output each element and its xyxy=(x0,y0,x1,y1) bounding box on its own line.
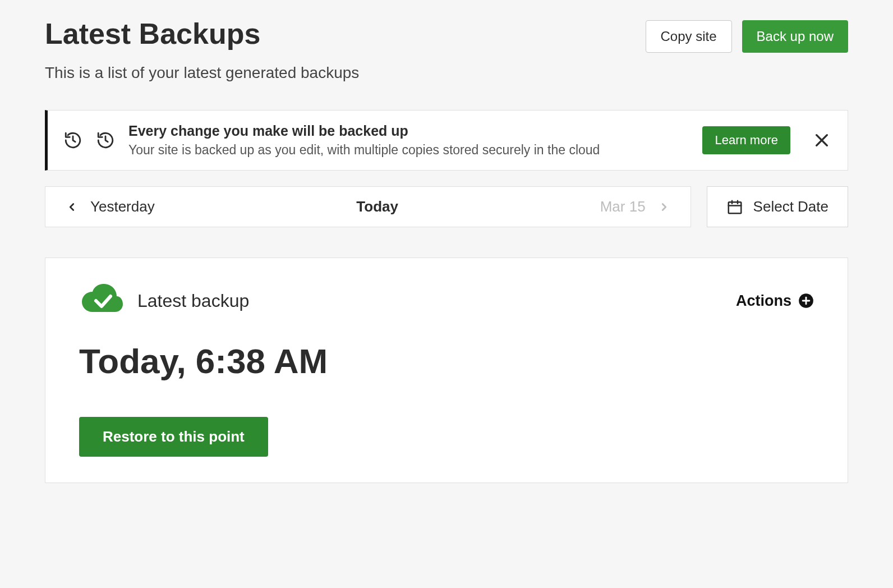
page-title: Latest Backups xyxy=(45,17,260,50)
actions-label: Actions xyxy=(736,292,791,310)
plus-circle-icon xyxy=(798,293,814,309)
info-banner: Every change you make will be backed up … xyxy=(45,110,848,171)
chevron-left-icon xyxy=(66,201,78,213)
date-nav-next[interactable]: Mar 15 xyxy=(600,198,670,215)
select-date-button[interactable]: Select Date xyxy=(707,186,848,227)
banner-title: Every change you make will be backed up xyxy=(128,123,689,139)
select-date-label: Select Date xyxy=(753,198,828,215)
backup-time: Today, 6:38 AM xyxy=(79,341,814,381)
backup-card-header: Latest backup Actions xyxy=(79,284,814,318)
calendar-icon xyxy=(726,199,743,215)
banner-icons xyxy=(63,131,115,150)
date-nav-current: Today xyxy=(356,198,398,215)
backup-card-title: Latest backup xyxy=(137,291,249,311)
svg-rect-2 xyxy=(728,202,741,213)
date-nav-next-label: Mar 15 xyxy=(600,198,646,215)
cloud-check-icon xyxy=(79,284,124,318)
page-subtitle: This is a list of your latest generated … xyxy=(45,64,848,82)
close-icon[interactable] xyxy=(813,131,831,149)
backup-card-title-wrap: Latest backup xyxy=(79,284,249,318)
banner-description: Your site is backed up as you edit, with… xyxy=(128,143,689,158)
date-nav-prev[interactable]: Yesterday xyxy=(66,198,155,215)
date-navigator: Yesterday Today Mar 15 xyxy=(45,186,691,227)
restore-button[interactable]: Restore to this point xyxy=(79,417,268,457)
learn-more-button[interactable]: Learn more xyxy=(702,126,790,154)
date-nav-row: Yesterday Today Mar 15 Select Date xyxy=(45,186,848,227)
actions-menu[interactable]: Actions xyxy=(736,292,814,310)
header-actions: Copy site Back up now xyxy=(646,20,848,53)
copy-site-button[interactable]: Copy site xyxy=(646,20,732,53)
history-icon xyxy=(63,131,82,150)
history-icon xyxy=(96,131,115,150)
backup-now-button[interactable]: Back up now xyxy=(742,20,848,53)
chevron-right-icon xyxy=(658,201,670,213)
backup-card: Latest backup Actions Today, 6:38 AM Res… xyxy=(45,258,848,483)
banner-text: Every change you make will be backed up … xyxy=(128,123,689,158)
date-nav-prev-label: Yesterday xyxy=(90,198,155,215)
